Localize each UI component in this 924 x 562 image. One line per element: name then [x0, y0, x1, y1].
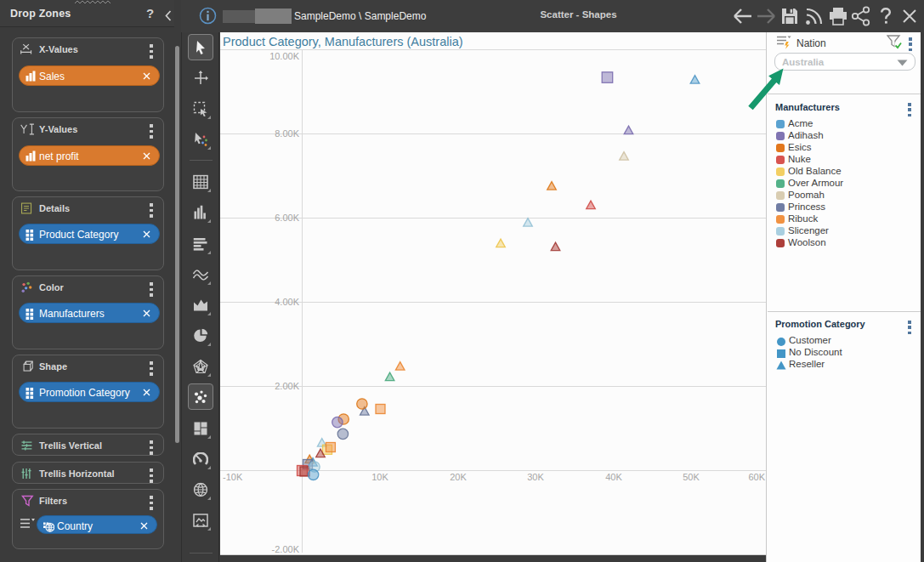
- svg-text:30K: 30K: [527, 472, 544, 482]
- svg-text:-10K: -10K: [223, 472, 243, 482]
- svg-text:10.00K: 10.00K: [269, 51, 300, 61]
- svg-text:40K: 40K: [605, 472, 622, 482]
- svg-text:2.00K: 2.00K: [275, 381, 299, 391]
- svg-text:10K: 10K: [371, 472, 388, 482]
- svg-text:6.00K: 6.00K: [275, 213, 299, 223]
- svg-text:-2.00K: -2.00K: [272, 544, 300, 553]
- svg-text:50K: 50K: [683, 472, 700, 482]
- svg-text:4.00K: 4.00K: [275, 297, 299, 307]
- svg-text:60K: 60K: [748, 472, 765, 482]
- svg-text:20K: 20K: [450, 472, 467, 482]
- svg-text:8.00K: 8.00K: [275, 128, 299, 139]
